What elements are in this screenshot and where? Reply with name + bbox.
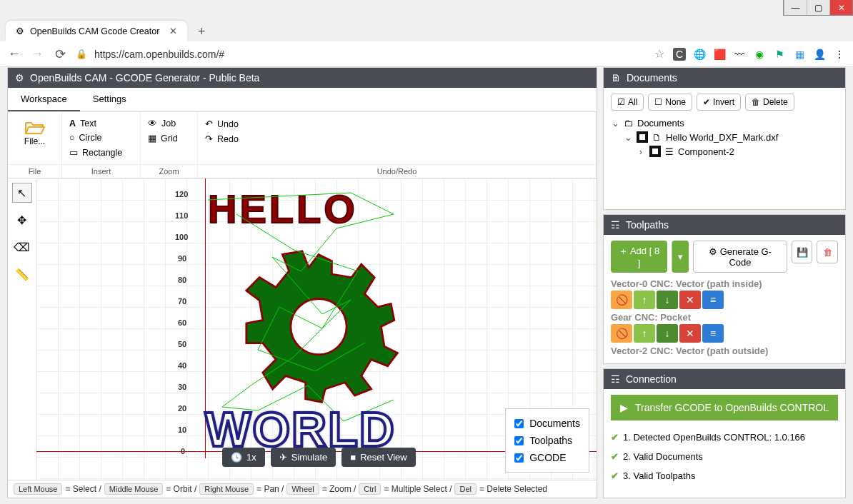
tp-hide-button[interactable]: 🚫 [611,291,632,309]
list-icon: ☶ [611,219,620,231]
checkbox[interactable] [514,436,524,445]
window-maximize-button[interactable]: ▢ [807,0,829,15]
toolpath-add-button[interactable]: ＋ Add [ 8 ] [611,241,667,273]
redo-button[interactable]: ↷Redo [205,131,589,146]
generate-gcode-button[interactable]: ⚙ Generate G-Code [693,241,787,273]
docs-delete-button[interactable]: 🗑Delete [745,94,794,111]
tool-measure[interactable]: 📏 [12,264,32,284]
docs-none-button[interactable]: ☐None [648,94,692,111]
browser-menu-icon[interactable]: ⋮ [833,48,846,61]
tool-move[interactable]: ✥ [12,210,32,230]
connection-status-row: ✔1. Detected OpenBuilds CONTROL: 1.0.166 [611,428,838,447]
ribbon-group-label: File [8,164,61,178]
tree-label: Hello World_DXF_Mark.dxf [666,132,778,143]
tool-erase[interactable]: ⌫ [12,237,32,257]
layer-documents-toggle[interactable]: Documents [514,415,580,432]
connection-status-row: ✔3. Valid Toolpaths [611,466,838,485]
address-bar[interactable]: 🔒 https://cam.openbuilds.com/# [76,49,646,60]
checkbox[interactable] [514,453,524,463]
zoom-job-label: Job [161,119,176,128]
folder-open-icon [24,119,46,135]
tp-config-button[interactable]: ≡ [702,324,724,343]
nav-reload-button[interactable]: ⟳ [53,46,67,62]
docs-invert-button[interactable]: ✔Invert [697,94,741,111]
insert-circle-label: Circle [79,133,102,143]
sim-speed-chip[interactable]: 🕓1x [222,448,265,467]
docs-all-button[interactable]: ☑All [611,94,644,111]
extension-icons: C 🌐 🟥 〰 ◉ ⚑ ▦ 👤 ⋮ [673,48,846,61]
chevron-down-icon: ⌄ [611,118,619,128]
btn-label: Delete [763,97,788,107]
ext-icon[interactable]: ▦ [793,48,806,61]
visibility-toggle[interactable] [637,131,648,143]
ext-icon[interactable]: ◉ [753,48,766,61]
panel-header-documents: 🗎 Documents [604,68,845,88]
ext-icon[interactable]: 🌐 [693,48,706,61]
tab-close-icon[interactable]: ✕ [169,26,177,36]
file-open-button[interactable]: File... [15,116,54,149]
tp-delete-button[interactable]: ✕ [679,291,701,309]
tree-label: Documents [637,118,684,128]
layer-gcode-toggle[interactable]: GCODE [514,449,580,466]
zoom-grid-button[interactable]: ▦Grid [148,131,190,146]
ext-icon[interactable]: C [673,48,686,61]
checkbox[interactable] [514,419,524,428]
reset-view-label: Reset View [360,452,407,463]
hint-text: = Multiple Select / [384,484,452,494]
bookmark-star-icon[interactable]: ☆ [654,47,664,61]
simulate-button[interactable]: ✈Simulate [271,448,336,467]
list-icon: ☶ [611,373,620,385]
ext-icon[interactable]: 〰 [733,48,746,61]
insert-rectangle-button[interactable]: ▭Rectangle [69,145,133,160]
undo-button[interactable]: ↶Undo [205,116,589,131]
tab-settings[interactable]: Settings [80,88,139,111]
save-gcode-button[interactable]: 💾 [792,241,813,263]
tool-select[interactable]: ↖ [12,183,32,203]
reset-view-button[interactable]: ■Reset View [341,448,415,467]
hint-key: Right Mouse [199,483,254,495]
url-text: https://cam.openbuilds.com/# [94,49,224,60]
new-tab-button[interactable]: + [191,21,211,41]
zoom-job-button[interactable]: 👁Job [148,116,190,131]
plane-icon: ✈ [279,452,287,463]
tp-delete-button[interactable]: ✕ [679,324,701,343]
toolpath-item: Gear CNC: Pocket 🚫 ↑ ↓ ✕ ≡ [611,312,838,343]
svg-point-0 [291,299,346,355]
avatar-icon[interactable]: 👤 [813,48,826,61]
tp-hide-button[interactable]: 🚫 [611,324,632,343]
tab-workspace[interactable]: Workspace [8,88,80,111]
tree-file[interactable]: ⌄ 🗋 Hello World_DXF_Mark.dxf [611,130,838,144]
file-open-label: File... [24,136,45,146]
window-close-button[interactable]: ✕ [829,0,852,15]
grid-icon: ▦ [148,133,156,143]
tp-down-button[interactable]: ↓ [657,324,678,343]
check-icon: ✔ [611,451,619,462]
window-minimize-button[interactable]: — [784,0,807,15]
hint-bar: Left Mouse = Select / Middle Mouse = Orb… [8,480,597,498]
tp-up-button[interactable]: ↑ [634,291,655,309]
nav-back-button[interactable]: ← [7,46,21,61]
browser-tab[interactable]: ⚙ OpenBuilds CAM Gcode Creator ✕ [6,21,187,41]
hint-key: Ctrl [359,483,381,495]
viewport[interactable]: 120 110 100 90 80 70 60 50 40 30 20 10 0… [36,178,597,480]
transfer-gcode-button[interactable]: ▶ Transfer GCODE to OpenBuilds CONTROL [611,395,838,420]
delete-toolpaths-button[interactable]: 🗑 [817,241,838,263]
tp-config-button[interactable]: ≡ [702,291,724,309]
hello-text-art: HELLO [208,186,358,232]
insert-text-button[interactable]: AText [69,116,133,131]
tp-down-button[interactable]: ↓ [657,291,678,309]
insert-rectangle-label: Rectangle [82,148,122,158]
tree-root[interactable]: ⌄ 🗀 Documents [611,116,838,130]
toolpath-item: Vector-2 CNC: Vector (path outside) [611,346,838,356]
toolpath-add-dropdown[interactable]: ▾ [672,241,689,273]
tree-component[interactable]: › ☰ Component-2 [611,144,838,158]
btn-label: None [665,97,686,107]
visibility-toggle[interactable] [649,146,661,157]
ext-icon[interactable]: ⚑ [773,48,786,61]
ext-icon[interactable]: 🟥 [713,48,726,61]
insert-text-label: Text [80,119,96,128]
insert-circle-button[interactable]: ○Circle [69,131,133,145]
tp-up-button[interactable]: ↑ [634,324,655,343]
layer-toolpaths-toggle[interactable]: Toolpaths [514,432,580,449]
play-icon: ▶ [620,402,628,413]
